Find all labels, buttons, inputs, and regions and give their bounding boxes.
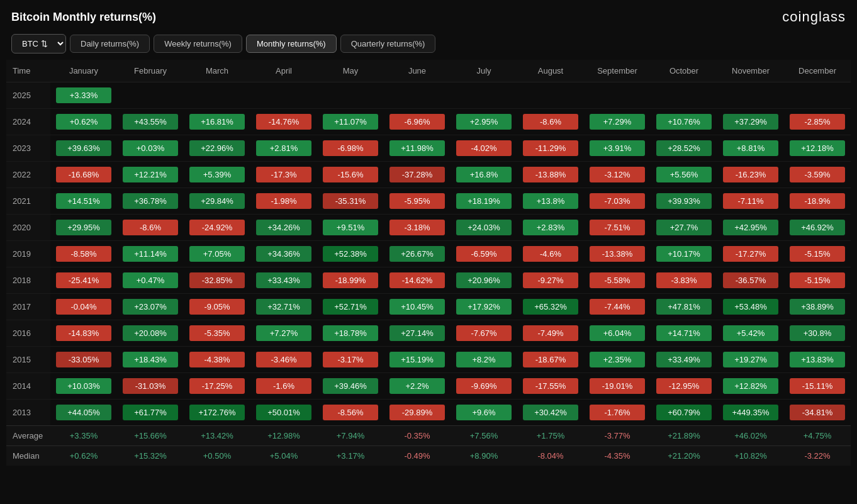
footer-value: +8.90% <box>451 446 517 466</box>
value-cell: +10.17% <box>651 241 717 267</box>
value-cell <box>451 82 517 109</box>
value-cell: +38.89% <box>784 294 851 320</box>
table-row: 2024+0.62%+43.55%+16.81%-14.76%+11.07%-6… <box>6 109 851 135</box>
value-cell: -3.59% <box>784 162 851 188</box>
value-cell: -31.03% <box>117 373 184 400</box>
value-cell: -7.11% <box>717 188 784 215</box>
value-cell: -35.31% <box>317 188 384 215</box>
value-cell: +14.71% <box>651 320 717 347</box>
value-cell: +3.33% <box>50 82 117 109</box>
value-cell: -11.29% <box>517 135 584 162</box>
value-cell: -17.25% <box>184 373 250 400</box>
header-row: Time January February March April May Ju… <box>6 60 851 82</box>
value-cell: +30.8% <box>784 320 851 347</box>
col-may: May <box>317 60 384 82</box>
value-cell: -4.38% <box>184 347 250 373</box>
value-cell <box>117 82 184 109</box>
tab-weekly[interactable]: Weekly returns(%) <box>154 35 242 53</box>
table-row: 2016-14.83%+20.08%-5.35%+7.27%+18.78%+27… <box>6 320 851 347</box>
value-cell: -18.67% <box>517 347 584 373</box>
value-cell: -1.6% <box>250 373 317 400</box>
value-cell: +23.07% <box>117 294 184 320</box>
value-cell: +2.95% <box>451 109 517 135</box>
footer-value: +12.98% <box>250 426 317 446</box>
table-row: 2017-0.04%+23.07%-9.05%+32.71%+52.71%+10… <box>6 294 851 320</box>
table-footer: Average+3.35%+15.66%+13.42%+12.98%+7.94%… <box>6 426 851 466</box>
value-cell: +11.14% <box>117 241 184 267</box>
tab-monthly[interactable]: Monthly returns(%) <box>246 35 337 53</box>
col-time: Time <box>6 60 50 82</box>
value-cell: +0.47% <box>117 267 184 294</box>
value-cell: +33.49% <box>651 347 717 373</box>
value-cell: +7.27% <box>250 320 317 347</box>
year-cell: 2014 <box>6 373 50 400</box>
table-row: 2013+44.05%+61.77%+172.76%+50.01%-8.56%-… <box>6 400 851 426</box>
table-row: 2019-8.58%+11.14%+7.05%+34.36%+52.38%+26… <box>6 241 851 267</box>
value-cell: +37.29% <box>717 109 784 135</box>
col-jul: July <box>451 60 517 82</box>
value-cell: -5.95% <box>384 188 451 215</box>
year-cell: 2022 <box>6 162 50 188</box>
value-cell: +11.07% <box>317 109 384 135</box>
value-cell: +27.7% <box>651 215 717 241</box>
value-cell: +449.35% <box>717 400 784 426</box>
value-cell: +44.05% <box>50 400 117 426</box>
value-cell: +5.42% <box>717 320 784 347</box>
tab-daily[interactable]: Daily returns(%) <box>70 35 150 53</box>
footer-value: +1.75% <box>517 426 584 446</box>
value-cell: -14.62% <box>384 267 451 294</box>
value-cell: -12.95% <box>651 373 717 400</box>
value-cell: +7.29% <box>584 109 651 135</box>
value-cell: +20.08% <box>117 320 184 347</box>
footer-value: -3.22% <box>784 446 851 466</box>
tab-quarterly[interactable]: Quarterly returns(%) <box>340 35 436 53</box>
footer-value: +4.75% <box>784 426 851 446</box>
value-cell: -33.05% <box>50 347 117 373</box>
value-cell: +6.04% <box>584 320 651 347</box>
value-cell: -1.76% <box>584 400 651 426</box>
value-cell: +36.78% <box>117 188 184 215</box>
value-cell: -3.83% <box>651 267 717 294</box>
value-cell: +26.67% <box>384 241 451 267</box>
footer-value: +3.17% <box>317 446 384 466</box>
value-cell: -8.6% <box>517 109 584 135</box>
footer-value: +21.89% <box>651 426 717 446</box>
value-cell: -4.02% <box>451 135 517 162</box>
ticker-select[interactable]: BTC ⇅ <box>11 34 66 53</box>
value-cell: +8.81% <box>717 135 784 162</box>
value-cell: +39.63% <box>50 135 117 162</box>
value-cell: +52.38% <box>317 241 384 267</box>
value-cell: -16.68% <box>50 162 117 188</box>
value-cell: -13.38% <box>584 241 651 267</box>
value-cell: -7.49% <box>517 320 584 347</box>
value-cell: +18.43% <box>117 347 184 373</box>
value-cell: -6.98% <box>317 135 384 162</box>
value-cell: -5.15% <box>784 241 851 267</box>
footer-value: +3.35% <box>50 426 117 446</box>
footer-value: +7.94% <box>317 426 384 446</box>
value-cell: +24.03% <box>451 215 517 241</box>
col-dec: December <box>784 60 851 82</box>
table-row: 2022-16.68%+12.21%+5.39%-17.3%-15.6%-37.… <box>6 162 851 188</box>
value-cell: -7.51% <box>584 215 651 241</box>
value-cell: +5.56% <box>651 162 717 188</box>
value-cell: +61.77% <box>117 400 184 426</box>
table-row: 2015-33.05%+18.43%-4.38%-3.46%-3.17%+15.… <box>6 347 851 373</box>
col-jun: June <box>384 60 451 82</box>
table-row: 2014+10.03%-31.03%-17.25%-1.6%+39.46%+2.… <box>6 373 851 400</box>
value-cell: -2.85% <box>784 109 851 135</box>
value-cell: -18.9% <box>784 188 851 215</box>
value-cell <box>317 82 384 109</box>
value-cell: +46.92% <box>784 215 851 241</box>
value-cell: -37.28% <box>384 162 451 188</box>
value-cell <box>384 82 451 109</box>
value-cell: -25.41% <box>50 267 117 294</box>
value-cell: -17.55% <box>517 373 584 400</box>
value-cell: -24.92% <box>184 215 250 241</box>
value-cell: +10.76% <box>651 109 717 135</box>
value-cell: +29.84% <box>184 188 250 215</box>
value-cell: -5.15% <box>784 267 851 294</box>
year-cell: 2016 <box>6 320 50 347</box>
footer-row: Average+3.35%+15.66%+13.42%+12.98%+7.94%… <box>6 426 851 446</box>
value-cell: -3.18% <box>384 215 451 241</box>
